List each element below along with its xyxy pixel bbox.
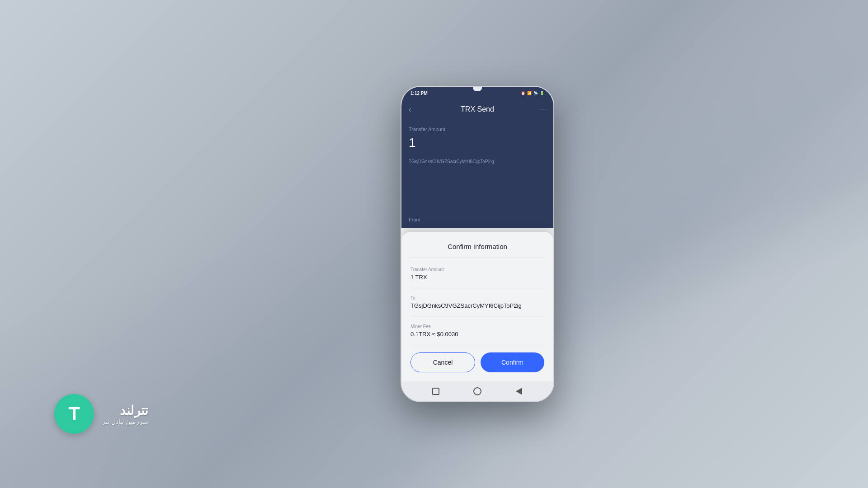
back-button[interactable]: ‹ — [409, 105, 411, 114]
nav-back-button[interactable] — [514, 386, 524, 396]
square-icon — [432, 388, 439, 395]
to-row-label: To — [410, 296, 544, 300]
triangle-icon — [516, 388, 522, 395]
battery-icon: 🔋 — [540, 91, 544, 95]
transfer-amount-label: Transfer Amount — [409, 127, 546, 132]
status-icons: ⏰ 📶 📡 🔋 — [521, 91, 544, 95]
status-bar: 1:12 PM ⏰ 📶 📡 🔋 — [401, 87, 553, 99]
app-header: ‹ TRX Send ⋯ — [401, 99, 553, 119]
to-row-value: TGsjDGnksC9VGZSacrCyMYf6CijpToP2ig — [410, 302, 544, 309]
logo-circle: T — [54, 394, 94, 434]
logo-title: تترلند — [102, 403, 148, 418]
transfer-amount-row-value: 1 TRX — [410, 274, 544, 281]
circle-icon — [473, 387, 481, 395]
logo-initial: T — [68, 403, 80, 425]
bg-address: TGsjDGnksC0VGZSacrCyMYf6CijpToP2ig — [409, 159, 546, 164]
transfer-amount-row: Transfer Amount 1 TRX — [410, 267, 544, 288]
wifi-icon: 📡 — [533, 91, 538, 95]
confirm-modal: Confirm Information Transfer Amount 1 TR… — [401, 232, 553, 381]
phone-wrapper: 1:12 PM ⏰ 📶 📡 🔋 ‹ TRX Send ⋯ Transfer Am… — [401, 86, 554, 402]
phone: 1:12 PM ⏰ 📶 📡 🔋 ‹ TRX Send ⋯ Transfer Am… — [401, 86, 554, 402]
phone-nav — [401, 381, 553, 401]
transfer-amount-row-label: Transfer Amount — [410, 267, 544, 272]
confirm-button[interactable]: Confirm — [481, 352, 544, 372]
logo-subtitle: سرزمین تبادل تتر — [102, 418, 148, 425]
header-title: TRX Send — [461, 105, 494, 113]
transfer-amount-value: 1 — [409, 136, 546, 150]
status-notch — [473, 87, 482, 91]
alarm-icon: ⏰ — [521, 91, 525, 95]
modal-buttons: Cancel Confirm — [410, 352, 544, 372]
logo-text: تترلند سرزمین تبادل تتر — [102, 403, 148, 425]
from-label: From — [409, 217, 420, 222]
nav-home-button[interactable] — [472, 386, 482, 396]
cancel-button[interactable]: Cancel — [410, 352, 475, 372]
miner-fee-row: Miner Fee 0.1TRX ≈ $0.0030 — [410, 324, 544, 345]
to-row: To TGsjDGnksC9VGZSacrCyMYf6CijpToP2ig — [410, 296, 544, 317]
signal-icon: 📶 — [527, 91, 532, 95]
modal-title: Confirm Information — [410, 243, 544, 258]
miner-fee-row-value: 0.1TRX ≈ $0.0030 — [410, 331, 544, 338]
logo-area: T تترلند سرزمین تبادل تتر — [54, 394, 148, 434]
nav-square-button[interactable] — [431, 386, 441, 396]
app-content-bg: Transfer Amount 1 TGsjDGnksC0VGZSacrCyMY… — [401, 119, 553, 228]
menu-icon[interactable]: ⋯ — [540, 106, 546, 113]
status-time: 1:12 PM — [410, 91, 428, 96]
miner-fee-row-label: Miner Fee — [410, 324, 544, 329]
